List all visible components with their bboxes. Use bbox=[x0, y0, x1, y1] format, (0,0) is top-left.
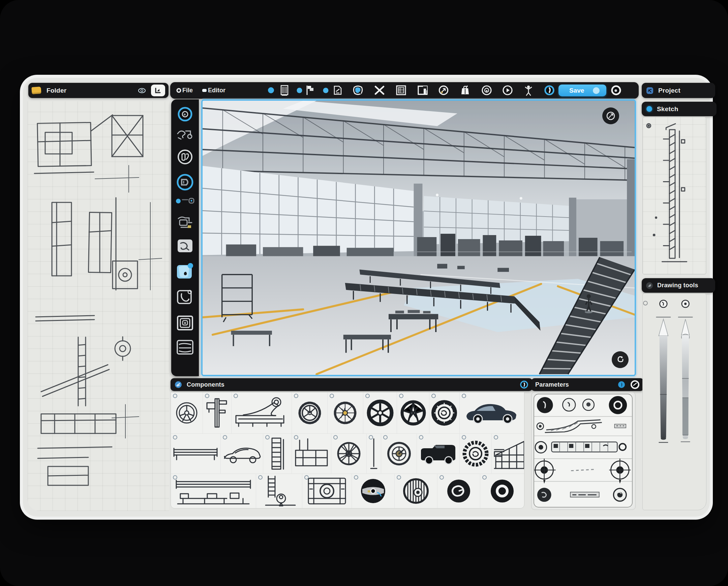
component-item[interactable] bbox=[292, 392, 328, 433]
save-button[interactable]: Save bbox=[558, 84, 606, 96]
spiral-tool-button[interactable] bbox=[171, 315, 199, 331]
component-item[interactable] bbox=[417, 434, 460, 474]
blue-ring-icon[interactable] bbox=[544, 84, 555, 96]
editor-menu[interactable]: Editor bbox=[206, 82, 227, 99]
drawing-pens-image[interactable] bbox=[643, 294, 706, 510]
parameters-panel-header: Parameters bbox=[531, 378, 644, 391]
pen-slot-icons bbox=[644, 300, 689, 308]
toggle-tool-button[interactable] bbox=[171, 196, 199, 206]
component-item[interactable] bbox=[437, 474, 480, 508]
parameters-controls-image[interactable] bbox=[531, 392, 635, 510]
component-item[interactable] bbox=[363, 392, 397, 433]
cut-cross-icon[interactable] bbox=[374, 84, 385, 96]
parameters-dot-icon[interactable] bbox=[618, 380, 626, 389]
component-item[interactable] bbox=[367, 434, 381, 474]
component-item[interactable] bbox=[171, 392, 203, 433]
component-item[interactable] bbox=[171, 474, 256, 508]
folder-sketches-image bbox=[28, 101, 169, 511]
tool-bag-icon[interactable] bbox=[459, 84, 471, 96]
target-ring-icon[interactable] bbox=[481, 84, 493, 96]
component-item[interactable] bbox=[397, 392, 429, 433]
component-marker-icon bbox=[223, 435, 227, 440]
component-item[interactable] bbox=[331, 434, 367, 474]
paint-palette-icon[interactable] bbox=[352, 84, 364, 96]
folder-icon bbox=[31, 86, 41, 94]
factory-scene-image bbox=[203, 101, 635, 375]
record-dot-icon[interactable] bbox=[294, 84, 305, 96]
tool-palette bbox=[171, 99, 199, 376]
component-marker-icon bbox=[462, 394, 466, 398]
component-item[interactable] bbox=[395, 474, 437, 508]
component-item[interactable] bbox=[460, 434, 492, 474]
project-icon bbox=[646, 86, 654, 95]
note-tool-button[interactable] bbox=[171, 238, 199, 254]
drawing-tools-panel-header: Drawing tools bbox=[642, 278, 715, 293]
page-edit-icon[interactable] bbox=[332, 84, 344, 96]
components-panel-title: Components bbox=[187, 381, 224, 388]
flag-banner-icon[interactable] bbox=[304, 84, 316, 96]
file-menu[interactable]: File bbox=[180, 82, 195, 99]
fill-tool-button[interactable] bbox=[171, 263, 199, 280]
component-marker-icon bbox=[304, 475, 309, 480]
screenshot-root: Folder bbox=[0, 0, 728, 586]
drawing-tools-panel-body bbox=[643, 293, 706, 510]
sketch-tool-button[interactable] bbox=[171, 126, 199, 141]
app-window: Folder bbox=[23, 78, 710, 516]
sketch-preview-image bbox=[643, 117, 706, 274]
component-item[interactable] bbox=[171, 434, 221, 474]
target-play-icon[interactable] bbox=[502, 84, 513, 96]
folder-sketches-area[interactable] bbox=[28, 101, 169, 511]
parameters-ring-icon[interactable] bbox=[630, 380, 640, 389]
sketch-panel-title: Sketch bbox=[657, 105, 678, 113]
record-dot-icon[interactable] bbox=[265, 84, 277, 96]
components-panel-header: Components bbox=[171, 378, 532, 391]
component-item[interactable] bbox=[263, 434, 292, 474]
component-item[interactable] bbox=[203, 392, 231, 433]
component-item[interactable] bbox=[492, 434, 524, 474]
canvas-orbit-button[interactable] bbox=[612, 351, 629, 368]
gear-tool-button[interactable] bbox=[171, 148, 199, 166]
component-item[interactable] bbox=[231, 392, 292, 433]
record-dot-icon[interactable] bbox=[320, 84, 331, 96]
component-item[interactable] bbox=[460, 392, 524, 433]
project-panel-header: Project bbox=[642, 83, 715, 98]
component-marker-icon bbox=[431, 394, 436, 398]
draw-tool-button[interactable] bbox=[171, 173, 199, 192]
component-item[interactable] bbox=[429, 392, 460, 433]
barcode-document-icon[interactable] bbox=[279, 84, 290, 96]
figure-person-icon[interactable] bbox=[523, 84, 534, 96]
components-sync-icon[interactable] bbox=[520, 380, 528, 389]
component-item[interactable] bbox=[256, 474, 302, 508]
components-grid bbox=[171, 392, 524, 509]
machine-tool-button[interactable] bbox=[171, 214, 199, 231]
components-icon bbox=[175, 381, 182, 388]
components-row bbox=[171, 392, 524, 434]
crop-corner-icon[interactable] bbox=[151, 84, 165, 96]
components-row bbox=[171, 474, 524, 508]
table-grid-icon[interactable] bbox=[395, 84, 407, 96]
save-status-dot-icon bbox=[593, 87, 600, 94]
frame-door-icon[interactable] bbox=[417, 84, 428, 96]
canvas-compass-button[interactable] bbox=[602, 107, 619, 124]
component-marker-icon bbox=[482, 475, 487, 480]
sketch-icon bbox=[647, 106, 652, 112]
logo-ring-icon[interactable] bbox=[438, 84, 449, 96]
component-item[interactable] bbox=[221, 434, 263, 474]
component-marker-icon bbox=[399, 394, 403, 398]
target-tool-button[interactable] bbox=[171, 105, 199, 123]
parameters-panel-title: Parameters bbox=[535, 381, 569, 388]
anchor-tool-button[interactable] bbox=[171, 289, 199, 305]
folder-panel-header: Folder bbox=[28, 83, 169, 98]
component-item[interactable] bbox=[352, 474, 395, 508]
white-ring-icon[interactable] bbox=[610, 84, 622, 96]
component-marker-icon bbox=[365, 394, 370, 398]
main-canvas[interactable] bbox=[201, 99, 636, 376]
component-item[interactable] bbox=[302, 474, 352, 508]
eye-icon[interactable] bbox=[137, 87, 146, 94]
layers-tool-button[interactable] bbox=[171, 339, 199, 355]
component-item[interactable] bbox=[292, 434, 331, 474]
component-item[interactable] bbox=[328, 392, 363, 433]
component-item[interactable] bbox=[381, 434, 417, 474]
component-item[interactable] bbox=[480, 474, 524, 508]
sketch-preview-area[interactable] bbox=[643, 117, 706, 274]
